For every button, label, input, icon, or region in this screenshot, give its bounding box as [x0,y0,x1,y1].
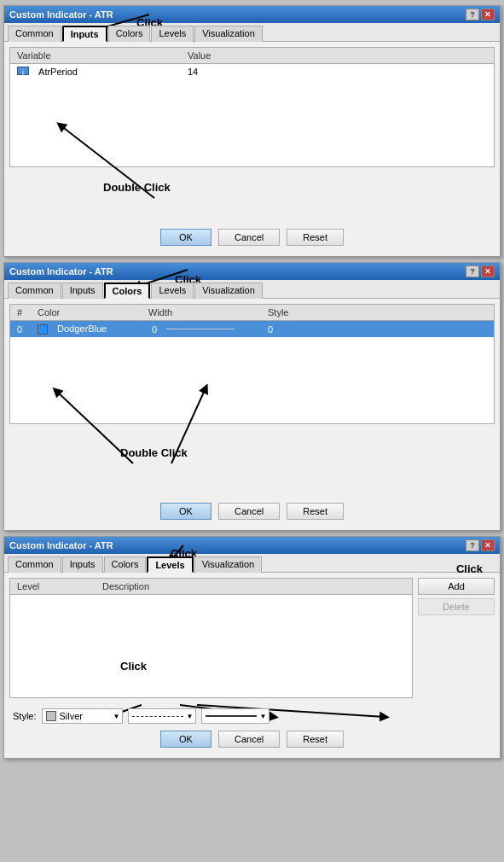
tab-visualization-1[interactable]: Visualization [194,26,263,42]
ok-button-3[interactable]: OK [160,731,211,748]
tab-visualization-2[interactable]: Visualization [194,282,263,299]
levels-main: Level Description Add Delete [9,578,495,703]
panel2-title: Custom Indicator - ATR [9,266,113,277]
cancel-button-1[interactable]: Cancel [218,229,280,246]
panel2-footer: OK Cancel Reset [9,498,495,525]
ok-button-1[interactable]: OK [160,229,211,246]
title-bar-buttons-3: ? ✕ [466,539,495,551]
inputs-table-header: Variable Value [10,48,494,64]
dashed-line-icon [132,716,183,717]
cancel-button-3[interactable]: Cancel [218,731,280,748]
tabs-1: Common Inputs Colors Levels Visualizatio… [4,23,500,42]
help-button-2[interactable]: ? [466,265,479,277]
close-button-3[interactable]: ✕ [481,539,495,551]
col-header-width: Width [145,306,264,318]
levels-right-section: Add Delete [418,578,495,703]
panel3-content: Click Level Description Add Delete [4,573,500,758]
levels-table: Level Description [9,578,413,698]
title-bar-2: Custom Indicator - ATR ? ✕ [4,263,500,280]
close-button-2[interactable]: ✕ [481,265,495,277]
col-header-hash: # [14,306,34,318]
panel3-title: Custom Indicator - ATR [9,540,113,550]
tab-visualization-3[interactable]: Visualization [194,556,263,573]
col-header-variable: Variable [14,50,184,61]
tab-colors-2[interactable]: Colors [104,282,151,299]
inputs-table-body: i AtrPeriod 14 [10,64,494,166]
line-width-select[interactable]: ▼ [201,708,269,724]
color-swatch [38,324,48,335]
linestyle-dropdown-arrow: ▼ [187,713,194,720]
row-hash: 0 [14,323,34,335]
tab-common-2[interactable]: Common [8,282,61,299]
colors-table-header: # Color Width Style [10,305,494,321]
help-button-1[interactable]: ? [466,9,479,20]
colors-table: # Color Width Style 0 DodgerBlue 0 0 [9,304,495,424]
title-bar-3: Custom Indicator - ATR ? ✕ [4,537,500,554]
tabs-2: Common Inputs Colors Levels Visualizatio… [4,280,500,299]
color-dropdown-arrow: ▼ [113,713,120,720]
panel2-content: # Color Width Style 0 DodgerBlue 0 0 [4,299,500,530]
colors-table-row[interactable]: 0 DodgerBlue 0 0 [10,321,494,337]
tab-inputs-3[interactable]: Inputs [62,556,103,573]
ok-button-2[interactable]: OK [160,503,211,520]
annotation-area-2: Double Click [9,429,495,498]
panel1-title: Custom Indicator - ATR [9,9,113,20]
tab-inputs-1[interactable]: Inputs [62,26,107,42]
add-button[interactable]: Add [418,578,495,595]
line-style-select[interactable]: ▼ [128,708,196,724]
panel1: Custom Indicator - ATR ? ✕ Click Common … [3,5,501,257]
panel1-footer: OK Cancel Reset [9,224,495,251]
tab-colors-3[interactable]: Colors [104,556,147,573]
col-header-level: Level [14,580,99,592]
levels-table-header: Level Description [10,579,412,595]
solid-line-icon [206,715,257,717]
col-header-desc: Description [99,580,408,592]
row-value: 14 [184,66,490,78]
col-header-value: Value [184,50,490,61]
delete-button[interactable]: Delete [418,598,495,615]
cancel-button-2[interactable]: Cancel [218,503,280,520]
style-color-text: Silver [60,711,84,721]
title-bar-buttons-2: ? ✕ [466,265,495,277]
row-color: DodgerBlue [34,323,145,335]
col-header-style: Style [264,306,490,318]
title-bar-buttons-1: ? ✕ [466,9,495,20]
style-label: Style: [13,711,37,721]
table-row[interactable]: i AtrPeriod 14 [10,64,494,79]
linewidth-dropdown-arrow: ▼ [260,713,267,720]
row-style: 0 [264,323,490,335]
tab-colors-1[interactable]: Colors [108,26,151,42]
style-row: Style: Silver ▼ ▼ ▼ [9,707,495,725]
tabs-3: Common Inputs Colors Levels Visualizatio… [4,554,500,573]
tab-levels-2[interactable]: Levels [151,282,194,299]
style-color-swatch [46,711,56,721]
style-color-select[interactable]: Silver ▼ [42,708,123,724]
close-button-1[interactable]: ✕ [481,9,495,20]
tab-common-1[interactable]: Common [8,26,61,42]
annotation-double-click-2: Double Click [120,446,188,459]
row-variable: i AtrPeriod [14,66,184,78]
reset-button-1[interactable]: Reset [287,229,344,246]
row-width: 0 [145,323,264,335]
tab-inputs-2[interactable]: Inputs [62,282,103,299]
help-button-3[interactable]: ? [466,539,479,551]
tab-levels-3[interactable]: Levels [147,556,193,573]
style-row-container: Click [9,707,495,725]
reset-button-3[interactable]: Reset [287,731,344,748]
levels-left-section: Level Description [9,578,413,703]
panel1-content: Variable Value i AtrPeriod 14 Double Cli… [4,42,500,256]
panel3-footer: OK Cancel Reset [9,725,495,753]
width-line [166,329,235,331]
reset-button-2[interactable]: Reset [287,503,344,520]
col-header-color: Color [34,306,145,318]
tab-levels-1[interactable]: Levels [151,26,194,42]
inputs-table: Variable Value i AtrPeriod 14 [9,47,495,167]
levels-table-body [10,595,412,697]
panel3: Custom Indicator - ATR ? ✕ Click Common … [3,536,501,759]
panel2: Custom Indicator - ATR ? ✕ Click Common … [3,262,501,531]
annotation-double-click-1: Double Click [103,181,171,194]
title-bar-1: Custom Indicator - ATR ? ✕ [4,6,500,23]
tab-common-3[interactable]: Common [8,556,61,573]
annotation-area-1: Double Click [9,172,495,224]
colors-table-body: 0 DodgerBlue 0 0 [10,321,494,423]
